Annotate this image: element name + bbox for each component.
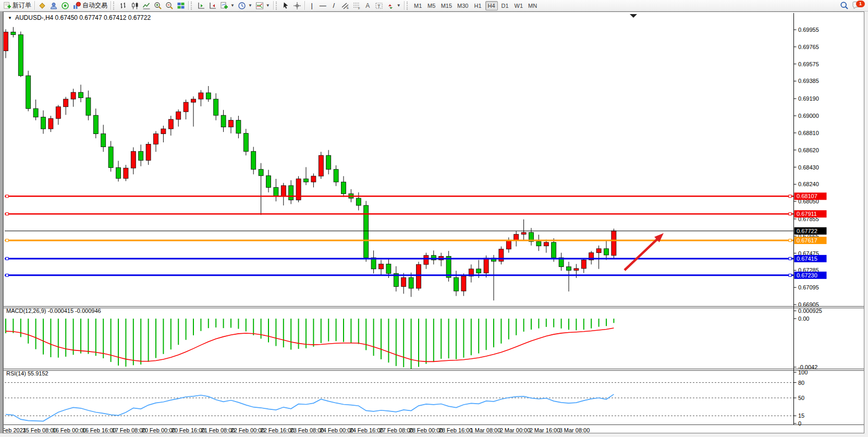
chart-title: AUDUSD-,H4 0.67450 0.67747 0.67412 0.677… — [15, 14, 151, 21]
auto-scroll-button[interactable] — [207, 1, 218, 11]
bear-candle — [259, 169, 263, 176]
bull-candle — [506, 240, 511, 249]
bear-candle — [11, 32, 16, 34]
trend-arrow[interactable] — [625, 233, 664, 270]
new-chart-button[interactable]: ▼ — [218, 1, 236, 11]
timeframe-H4-button[interactable]: H4 — [485, 1, 498, 10]
chart-window[interactable]: ▼ AUDUSD-,H4 0.67450 0.67747 0.67412 0.6… — [3, 11, 864, 433]
tile-windows-button[interactable] — [175, 1, 187, 11]
price-tick-label: 0.67095 — [798, 284, 819, 290]
indicators-button[interactable]: ▼ — [254, 1, 272, 11]
arrows-tool-button[interactable]: ▼ — [385, 1, 402, 11]
toolbar-grip[interactable] — [276, 2, 279, 10]
toolbar-grip[interactable] — [113, 2, 116, 10]
time-axis[interactable]: 14 Feb 202315 Feb 08:0016 Feb 00:0016 Fe… — [4, 427, 590, 433]
price-tick-label: 0.69190 — [798, 95, 819, 102]
period-clock-button[interactable]: ▼ — [236, 1, 254, 11]
text-label-tool-button[interactable]: T — [373, 1, 385, 11]
toolbar-right-group: 1 — [838, 1, 863, 11]
zoom-out-button[interactable] — [164, 1, 175, 11]
time-tick-label: 23 Feb 08:00 — [290, 427, 324, 433]
time-tick-label: 28 Feb 16:00 — [439, 427, 473, 433]
timeframe-MN-button[interactable]: MN — [526, 1, 539, 10]
bear-candle — [41, 117, 46, 129]
hline-anchor[interactable] — [789, 274, 791, 276]
zoom-in-icon — [154, 2, 162, 10]
hline-anchor[interactable] — [6, 274, 8, 276]
bear-candle — [409, 277, 413, 288]
rsi-indicator-label: RSI(14) 55.9152 — [6, 370, 48, 377]
auto-trading-button[interactable]: 自动交易 — [71, 1, 109, 11]
timeframe-M30-button[interactable]: M30 — [455, 1, 470, 10]
timeframe-M1-button[interactable]: M1 — [412, 1, 424, 10]
hline-anchor[interactable] — [6, 239, 8, 241]
crosshair-tool-button[interactable] — [291, 1, 303, 11]
zoom-in-button[interactable] — [152, 1, 164, 11]
rsi-axis[interactable]: 1008050150 — [794, 369, 808, 427]
hline-anchor[interactable] — [789, 257, 791, 260]
fibonacci-tool-button[interactable]: F — [351, 1, 362, 11]
bear-candle — [536, 241, 541, 246]
channel-tool-button[interactable]: E — [339, 1, 351, 11]
toolbar-separator — [34, 1, 35, 10]
candles-series — [4, 27, 616, 300]
toolbar-grip[interactable] — [191, 2, 194, 10]
horizontal-line-tool-button[interactable]: — — [317, 1, 328, 11]
bear-candle — [79, 92, 83, 98]
timeframe-button-group: M1M5M15M30H1H4D1W1MN — [411, 1, 540, 10]
chart-canvas[interactable]: 0.699550.697650.695750.693850.691900.690… — [4, 12, 864, 433]
macd-axis[interactable]: 0.0009250.00-0.0042 — [794, 308, 822, 370]
hline-anchor[interactable] — [789, 239, 791, 241]
macd-tick-label: 0.00 — [798, 315, 809, 322]
time-tick-label: 21 Feb 08:00 — [201, 427, 235, 433]
chart-shift-button[interactable] — [195, 1, 207, 11]
candlestick-icon — [131, 2, 139, 10]
bull-candle — [176, 112, 181, 119]
horizontal-line-objects[interactable] — [5, 195, 793, 277]
chart-shift-marker[interactable] — [630, 14, 637, 18]
hline-anchor[interactable] — [6, 257, 8, 260]
one-click-collapse-icon[interactable]: ▼ — [8, 16, 12, 20]
price-tick-label: 0.69765 — [798, 44, 819, 50]
new-order-button[interactable]: 新订单 — [2, 1, 33, 11]
svg-text:T: T — [377, 3, 381, 8]
trendline-tool-button[interactable]: / — [328, 1, 339, 11]
bear-candle — [356, 198, 361, 205]
search-button[interactable] — [838, 1, 850, 11]
bull-candle — [484, 258, 488, 273]
text-tool-button[interactable]: A — [362, 1, 373, 11]
timeframe-M5-button[interactable]: M5 — [425, 1, 438, 10]
bear-candle — [139, 151, 143, 160]
metaeditor-button[interactable] — [36, 1, 48, 11]
toolbar-grip[interactable] — [407, 2, 410, 10]
hline-anchor[interactable] — [789, 195, 791, 198]
timeframe-W1-button[interactable]: W1 — [512, 1, 525, 10]
cursor-tool-button[interactable] — [280, 1, 291, 11]
rsi-tick-label: 100 — [798, 369, 808, 375]
line-chart-type-button[interactable] — [141, 1, 152, 11]
timeframe-H1-button[interactable]: H1 — [472, 1, 484, 10]
bear-candle — [93, 115, 98, 133]
time-tick-label: 22 Feb 00:00 — [231, 427, 265, 433]
price-axis-badge: 0.67617 — [794, 237, 827, 244]
bar-chart-type-button[interactable] — [118, 1, 129, 11]
hline-anchor[interactable] — [789, 213, 791, 215]
svg-text:0.67230: 0.67230 — [797, 272, 817, 278]
bull-candle — [154, 134, 158, 144]
chat-button[interactable]: 1 — [850, 1, 863, 11]
community-button[interactable] — [48, 1, 59, 11]
hline-anchor[interactable] — [6, 213, 8, 215]
chart-shift-icon — [197, 2, 205, 10]
vertical-line-icon: | — [311, 2, 313, 9]
candlestick-type-button[interactable] — [129, 1, 141, 11]
line-chart-icon — [142, 2, 151, 10]
hline-anchor[interactable] — [6, 195, 8, 198]
timeframe-D1-button[interactable]: D1 — [499, 1, 511, 10]
timeframe-M15-button[interactable]: M15 — [439, 1, 454, 10]
price-axis[interactable]: 0.699550.697650.695750.693850.691900.690… — [794, 27, 819, 308]
bull-candle — [612, 231, 616, 256]
svg-text:0.67911: 0.67911 — [797, 211, 817, 217]
news-button[interactable] — [59, 1, 71, 11]
vertical-line-tool-button[interactable]: | — [307, 1, 317, 11]
community-icon — [50, 2, 58, 10]
